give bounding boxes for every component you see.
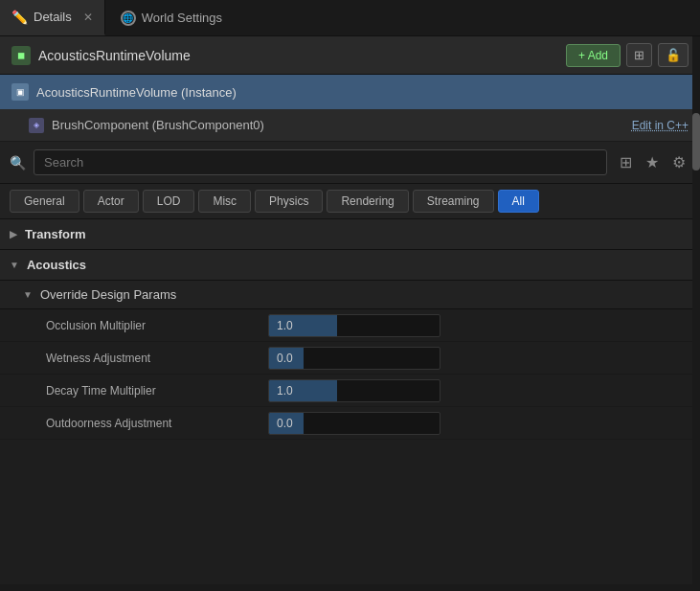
main-content: ▶ Transform ▼ Acoustics ▼ Override Desig… xyxy=(0,219,700,584)
wetness-input[interactable]: 0.0 xyxy=(268,347,440,370)
brush-row[interactable]: ◈ BrushComponent (BrushComponent0) Edit … xyxy=(0,109,700,142)
instance-icon: ▣ xyxy=(11,83,29,101)
filter-tab-lod[interactable]: LOD xyxy=(143,190,195,213)
section-acoustics[interactable]: ▼ Acoustics xyxy=(0,250,700,281)
filter-tabs: General Actor LOD Misc Physics Rendering… xyxy=(0,184,700,219)
wetness-value-wrap: 0.0 xyxy=(268,347,700,370)
tab-bar: ✏️ Details ✕ 🌐 World Settings xyxy=(0,0,700,36)
decay-input[interactable]: 1.0 xyxy=(268,379,440,402)
header-buttons: + Add ⊞ 🔓 xyxy=(566,43,689,67)
add-button[interactable]: + Add xyxy=(566,44,621,67)
decay-value-text: 1.0 xyxy=(277,384,293,398)
outdoorness-label: Outdoorness Adjustment xyxy=(0,417,268,430)
brush-icon: ◈ xyxy=(29,118,44,133)
settings-button[interactable]: ⚙ xyxy=(667,151,690,173)
tab-details-label: Details xyxy=(34,10,72,24)
tab-details[interactable]: ✏️ Details ✕ xyxy=(0,0,105,35)
filter-tab-general[interactable]: General xyxy=(10,190,79,213)
instance-label: ▣ AcousticsRuntimeVolume (Instance) xyxy=(11,83,237,101)
wetness-label: Wetness Adjustment xyxy=(0,352,268,365)
details-icon: ✏️ xyxy=(11,10,28,25)
scroll-track xyxy=(692,36,700,591)
component-title-text: AcousticsRuntimeVolume xyxy=(38,48,191,63)
override-arrow-icon: ▼ xyxy=(23,289,33,300)
outdoorness-value-text: 0.0 xyxy=(277,417,293,430)
decay-label: Decay Time Multiplier xyxy=(0,384,268,398)
outdoorness-input[interactable]: 0.0 xyxy=(268,412,440,435)
section-transform[interactable]: ▶ Transform xyxy=(0,219,700,250)
override-label: Override Design Params xyxy=(40,287,176,302)
grid-view-button[interactable]: ⊞ xyxy=(615,151,637,173)
brush-text: BrushComponent (BrushComponent0) xyxy=(52,118,264,132)
edit-cpp-link[interactable]: Edit in C++ xyxy=(632,119,689,132)
acoustics-label: Acoustics xyxy=(27,258,86,272)
tab-close-button[interactable]: ✕ xyxy=(83,11,93,24)
transform-label: Transform xyxy=(25,227,86,241)
filter-tab-streaming[interactable]: Streaming xyxy=(413,190,494,213)
outdoorness-value-wrap: 0.0 xyxy=(268,412,700,435)
scroll-thumb[interactable] xyxy=(692,113,700,170)
instance-text: AcousticsRuntimeVolume (Instance) xyxy=(36,85,237,100)
favorites-button[interactable]: ★ xyxy=(641,151,664,173)
filter-tab-rendering[interactable]: Rendering xyxy=(327,190,408,213)
acoustics-arrow-icon: ▼ xyxy=(10,260,19,270)
instance-row[interactable]: ▣ AcousticsRuntimeVolume (Instance) xyxy=(0,75,700,109)
wetness-value-text: 0.0 xyxy=(277,352,293,365)
layout-icon-button[interactable]: ⊞ xyxy=(626,43,652,67)
transform-arrow-icon: ▶ xyxy=(10,229,17,239)
tab-world-settings-label: World Settings xyxy=(142,11,222,25)
search-icon: 🔍 xyxy=(10,155,26,170)
search-section: 🔍 ⊞ ★ ⚙ xyxy=(0,142,700,184)
subsection-override-design-params[interactable]: ▼ Override Design Params xyxy=(0,281,700,309)
decay-value-wrap: 1.0 xyxy=(268,379,700,402)
brush-label: ◈ BrushComponent (BrushComponent0) xyxy=(29,118,264,133)
occlusion-input[interactable]: 1.0 xyxy=(268,314,440,337)
occlusion-label: Occlusion Multiplier xyxy=(0,319,268,332)
occlusion-value-wrap: 1.0 xyxy=(268,314,700,337)
filter-tab-physics[interactable]: Physics xyxy=(255,190,323,213)
world-settings-icon: 🌐 xyxy=(121,11,136,26)
property-row-wetness: Wetness Adjustment 0.0 xyxy=(0,342,700,375)
occlusion-value-text: 1.0 xyxy=(277,319,293,332)
lock-icon-button[interactable]: 🔓 xyxy=(658,43,689,67)
property-row-outdoorness: Outdoorness Adjustment 0.0 xyxy=(0,407,700,440)
filter-tab-actor[interactable]: Actor xyxy=(83,190,139,213)
component-header: ◼ AcousticsRuntimeVolume + Add ⊞ 🔓 xyxy=(0,36,700,75)
property-row-decay: Decay Time Multiplier 1.0 xyxy=(0,375,700,407)
toolbar-icons: ⊞ ★ ⚙ xyxy=(615,151,690,173)
filter-tab-misc[interactable]: Misc xyxy=(198,190,251,213)
filter-tab-all[interactable]: All xyxy=(498,190,539,213)
search-input[interactable] xyxy=(34,149,607,175)
tab-world-settings[interactable]: 🌐 World Settings xyxy=(105,0,237,35)
component-icon: ◼ xyxy=(11,46,31,65)
property-row-occlusion: Occlusion Multiplier 1.0 xyxy=(0,309,700,342)
component-title: ◼ AcousticsRuntimeVolume xyxy=(11,46,191,65)
